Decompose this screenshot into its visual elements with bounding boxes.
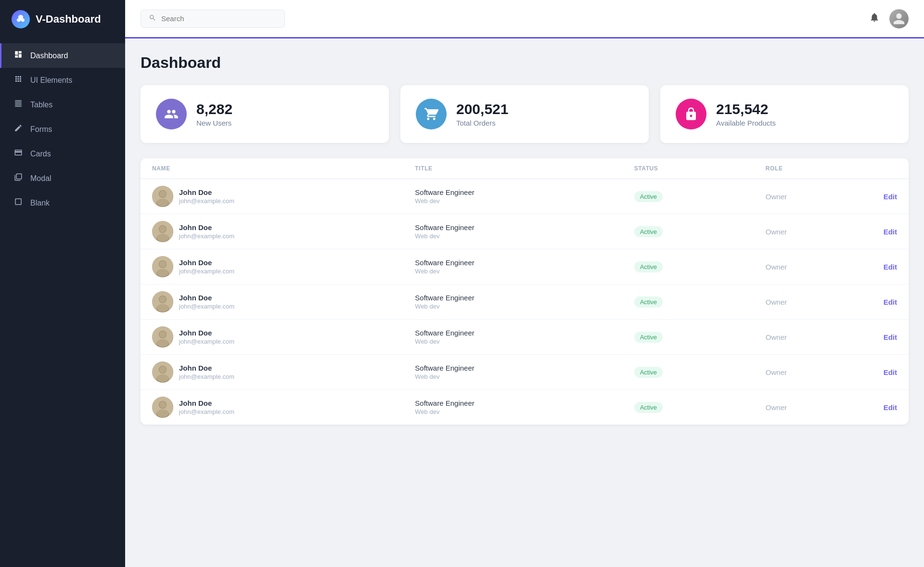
user-name: John Doe: [179, 399, 234, 407]
sidebar-item-cards[interactable]: Cards: [0, 142, 125, 166]
sidebar-label-cards: Cards: [30, 150, 51, 158]
title-cell: Software Engineer Web dev: [415, 294, 634, 310]
job-subtitle: Web dev: [415, 268, 634, 275]
title-cell: Software Engineer Web dev: [415, 188, 634, 205]
edit-button[interactable]: Edit: [884, 333, 897, 341]
role-cell: Owner Edit: [766, 333, 897, 341]
job-title: Software Engineer: [415, 294, 634, 302]
sidebar-label-dashboard: Dashboard: [30, 52, 68, 60]
role-label: Owner: [766, 228, 787, 236]
stat-card-new-users: 8,282 New Users: [141, 85, 389, 143]
user-cell: John Doe john@example.com: [152, 291, 415, 312]
user-cell: John Doe john@example.com: [152, 397, 415, 418]
forms-icon: [13, 124, 24, 135]
user-thumbnail: [152, 397, 173, 418]
tables-icon: [13, 99, 24, 110]
user-name: John Doe: [179, 294, 234, 302]
edit-button[interactable]: Edit: [884, 228, 897, 236]
job-subtitle: Web dev: [415, 373, 634, 380]
svg-point-0: [19, 17, 22, 20]
page-title: Dashboard: [141, 54, 909, 72]
user-email: john@example.com: [179, 197, 234, 205]
table-row: John Doe john@example.com Software Engin…: [141, 249, 909, 284]
search-input[interactable]: [161, 14, 277, 23]
stat-label-total-orders: Total Orders: [456, 119, 508, 127]
svg-point-14: [159, 261, 166, 268]
title-cell: Software Engineer Web dev: [415, 399, 634, 415]
edit-button[interactable]: Edit: [884, 298, 897, 306]
user-email: john@example.com: [179, 338, 234, 345]
status-badge: Active: [634, 226, 663, 237]
sidebar-item-dashboard[interactable]: Dashboard: [0, 43, 125, 68]
user-thumbnail: [152, 291, 173, 312]
title-cell: Software Engineer Web dev: [415, 329, 634, 345]
job-subtitle: Web dev: [415, 232, 634, 240]
status-badge: Active: [634, 367, 663, 378]
col-header-name: NAME: [152, 165, 415, 172]
sidebar-label-modal: Modal: [30, 174, 51, 183]
sidebar-item-forms[interactable]: Forms: [0, 117, 125, 142]
sidebar-item-modal[interactable]: Modal: [0, 166, 125, 191]
new-users-icon: [156, 99, 187, 129]
job-subtitle: Web dev: [415, 197, 634, 205]
title-cell: Software Engineer Web dev: [415, 258, 634, 275]
users-table: NAME TITLE STATUS ROLE: [141, 158, 909, 425]
role-label: Owner: [766, 333, 787, 341]
user-cell: John Doe john@example.com: [152, 361, 415, 383]
job-title: Software Engineer: [415, 188, 634, 196]
status-badge: Active: [634, 261, 663, 272]
status-badge: Active: [634, 332, 663, 343]
user-cell: John Doe john@example.com: [152, 326, 415, 348]
svg-point-4: [159, 191, 166, 197]
sidebar-item-blank[interactable]: Blank: [0, 191, 125, 215]
col-header-status: STATUS: [634, 165, 766, 172]
edit-button[interactable]: Edit: [884, 368, 897, 376]
user-email: john@example.com: [179, 408, 234, 415]
svg-point-20: [157, 304, 168, 312]
status-cell: Active: [634, 402, 766, 413]
svg-point-29: [159, 366, 166, 373]
user-thumbnail: [152, 256, 173, 277]
col-header-role: ROLE: [766, 165, 897, 172]
ui-elements-icon: [13, 75, 24, 86]
edit-button[interactable]: Edit: [884, 403, 897, 412]
table-row: John Doe john@example.com Software Engin…: [141, 390, 909, 425]
job-title: Software Engineer: [415, 399, 634, 407]
table-row: John Doe john@example.com Software Engin…: [141, 320, 909, 355]
user-email: john@example.com: [179, 268, 234, 275]
job-subtitle: Web dev: [415, 303, 634, 310]
stats-row: 8,282 New Users 200,521 Total Orders 2: [141, 85, 909, 143]
role-label: Owner: [766, 298, 787, 306]
user-thumbnail: [152, 186, 173, 207]
sidebar-logo: V-Dashboard: [0, 0, 125, 39]
search-box[interactable]: [141, 10, 285, 28]
edit-button[interactable]: Edit: [884, 193, 897, 201]
svg-point-25: [157, 339, 168, 347]
edit-button[interactable]: Edit: [884, 263, 897, 271]
role-cell: Owner Edit: [766, 228, 897, 236]
user-avatar[interactable]: [889, 9, 909, 28]
content-area: Dashboard 8,282 New Users 200,521 Total …: [125, 39, 924, 567]
sidebar-item-ui-elements[interactable]: UI Elements: [0, 68, 125, 92]
user-name: John Doe: [179, 364, 234, 372]
search-icon: [149, 14, 156, 24]
job-title: Software Engineer: [415, 223, 634, 232]
status-badge: Active: [634, 402, 663, 413]
user-cell: John Doe john@example.com: [152, 256, 415, 277]
status-cell: Active: [634, 226, 766, 237]
user-thumbnail: [152, 221, 173, 242]
logo-icon: [12, 10, 30, 28]
sidebar-label-ui-elements: UI Elements: [30, 76, 72, 85]
status-cell: Active: [634, 191, 766, 202]
svg-point-24: [159, 331, 166, 338]
svg-point-15: [157, 269, 168, 277]
notification-bell-icon[interactable]: [869, 12, 880, 25]
user-name: John Doe: [179, 223, 234, 232]
table-header: NAME TITLE STATUS ROLE: [141, 158, 909, 179]
svg-point-10: [157, 234, 168, 242]
main-area: Dashboard 8,282 New Users 200,521 Total …: [125, 0, 924, 567]
user-name: John Doe: [179, 329, 234, 337]
status-cell: Active: [634, 296, 766, 308]
avatar-image: [889, 9, 909, 28]
sidebar-item-tables[interactable]: Tables: [0, 92, 125, 117]
